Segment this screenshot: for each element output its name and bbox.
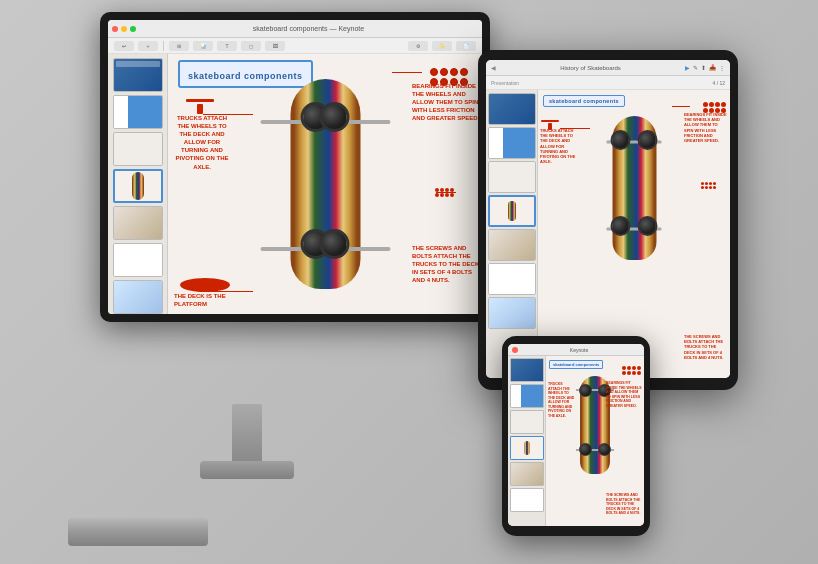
phone-thumb-6[interactable] xyxy=(510,488,544,512)
toolbar-media[interactable]: 🖼 xyxy=(265,41,285,51)
bearing-dot xyxy=(440,68,448,76)
tablet-page-indicator: 4 / 12 xyxy=(712,80,725,86)
annotation-screws: THE SCREWS AND BOLTS ATTACH THE TRUCKS T… xyxy=(412,244,480,284)
phone-main-area[interactable]: skateboard components xyxy=(546,356,644,526)
trucks-stem xyxy=(197,104,203,114)
window-title: skateboard components — Keynote xyxy=(139,25,478,32)
tablet-skateboard xyxy=(607,108,662,268)
slide-thumb-3[interactable] xyxy=(113,132,163,166)
slide-panel xyxy=(108,54,168,314)
phone-wheel-tl xyxy=(579,384,592,397)
screw-dot xyxy=(450,193,454,197)
toolbar-undo[interactable]: ↩ xyxy=(114,41,134,51)
phone-content: skateboard components xyxy=(508,356,644,526)
phone-annotation-trucks: TRUCKS ATTACH THE WHEELS TO THE DECK AND… xyxy=(548,382,576,418)
tablet-main-area[interactable]: skateboard components xyxy=(538,90,730,378)
trucks-icon xyxy=(186,99,214,114)
phone-slide-title: skateboard components xyxy=(549,360,603,369)
tablet-slide-panel xyxy=(486,90,538,378)
monitor: skateboard components — Keynote ↩ + ⊞ 📊 … xyxy=(100,12,490,322)
phone-thumb-1[interactable] xyxy=(510,358,544,382)
bearing-dot xyxy=(430,68,438,76)
tablet-btn4[interactable]: 📥 xyxy=(709,64,716,71)
tablet-btn3[interactable]: ⬆ xyxy=(701,64,706,71)
toolbar-text[interactable]: T xyxy=(217,41,237,51)
phone-annotation-bearings: BEARINGS FIT INSIDE THE WHEELS AND ALLOW… xyxy=(606,381,642,408)
tablet-annotation-bearings: BEARINGS FIT INSIDE THE WHEELS AND ALLOW… xyxy=(684,112,728,143)
tablet-annotation-trucks: TRUCKS ATTACH THE WHEELS TO THE DECK AND… xyxy=(540,128,576,164)
slide-thumb-2[interactable] xyxy=(113,95,163,129)
tablet-wheel-bl xyxy=(611,216,631,236)
slide-thumb-1[interactable] xyxy=(113,58,163,92)
tablet-title: History of Skateboards xyxy=(496,65,685,71)
screw-dot xyxy=(445,193,449,197)
connector-line-deck xyxy=(203,291,253,292)
slide-thumb-7[interactable] xyxy=(113,280,163,314)
toolbar-shape[interactable]: ◻ xyxy=(241,41,261,51)
phone-thumb-2[interactable] xyxy=(510,384,544,408)
tablet-toolbar: Presentation 4 / 12 xyxy=(486,76,730,90)
deck-oval-icon xyxy=(180,278,230,292)
phone-slide-panel xyxy=(508,356,546,526)
tablet-toolbar-buttons: ▶ ✎ ⬆ 📥 ⋮ xyxy=(685,64,725,71)
toolbar-animate[interactable]: ✨ xyxy=(432,41,452,51)
phone-thumb-4-active[interactable] xyxy=(510,436,544,460)
annotation-trucks: TRUCKS ATTACH THE WHEELS TO THE DECK AND… xyxy=(174,114,230,171)
phone-title: Keynote xyxy=(518,347,640,353)
tablet-wheel-br xyxy=(638,216,658,236)
toolbar-table[interactable]: ⊞ xyxy=(169,41,189,51)
annotation-bearings: BEARINGS FIT INSIDE THE WHEELS AND ALLOW… xyxy=(412,82,480,122)
tablet-thumb-7[interactable] xyxy=(488,297,536,329)
screw-dot xyxy=(440,193,444,197)
phone-thumb-3[interactable] xyxy=(510,410,544,434)
phone-wheel-br xyxy=(598,443,611,456)
phone-wheel-bl xyxy=(579,443,592,456)
tablet-btn5[interactable]: ⋮ xyxy=(719,64,725,71)
tablet-wheel-tr xyxy=(638,130,658,150)
monitor-stand-base xyxy=(200,461,294,479)
tablet-connector-trucks xyxy=(560,128,590,129)
tablet-bearing-dot xyxy=(703,102,708,107)
monitor-stand-neck xyxy=(232,404,262,464)
slide-thumb-4-active[interactable] xyxy=(113,169,163,203)
minimize-button[interactable] xyxy=(121,26,127,32)
slide-thumb-5[interactable] xyxy=(113,206,163,240)
mac-mini xyxy=(68,518,208,546)
tablet-thumb-1[interactable] xyxy=(488,93,536,125)
monitor-topbar: skateboard components — Keynote xyxy=(108,20,482,38)
skateboard xyxy=(283,64,368,304)
slide-main-area[interactable]: skateboard components xyxy=(168,54,482,314)
monitor-screen: skateboard components — Keynote ↩ + ⊞ 📊 … xyxy=(108,20,482,314)
tablet-thumb-4-active[interactable] xyxy=(488,195,536,227)
tablet-play-btn[interactable]: ▶ xyxy=(685,64,690,71)
phone-thumb-5[interactable] xyxy=(510,462,544,486)
toolbar-format[interactable]: ⚙ xyxy=(408,41,428,51)
annotation-deck: THE DECK IS THE PLATFORM xyxy=(174,292,230,308)
tablet-bearing-dot xyxy=(721,102,726,107)
tablet-screen: ◀ History of Skateboards ▶ ✎ ⬆ 📥 ⋮ Prese… xyxy=(486,60,730,378)
connector-line-screws xyxy=(436,192,456,193)
tablet-screws-grid xyxy=(701,182,716,189)
phone: Keynote xyxy=(502,336,650,536)
tablet-thumb-6[interactable] xyxy=(488,263,536,295)
screw-dot xyxy=(435,193,439,197)
connector-line-trucks xyxy=(203,114,253,115)
bearing-dot xyxy=(460,68,468,76)
tablet-thumb-2[interactable] xyxy=(488,127,536,159)
tablet-wheel-tl xyxy=(611,130,631,150)
toolbar-document[interactable]: 📄 xyxy=(456,41,476,51)
tablet-connector-bearings xyxy=(672,106,690,107)
tablet-content: skateboard components xyxy=(486,90,730,378)
close-button[interactable] xyxy=(112,26,118,32)
tablet-thumb-3[interactable] xyxy=(488,161,536,193)
tablet-annotation-screws: THE SCREWS AND BOLTS ATTACH THE TRUCKS T… xyxy=(684,334,728,360)
tablet-thumb-5[interactable] xyxy=(488,229,536,261)
tablet-btn2[interactable]: ✎ xyxy=(693,64,698,71)
slide-thumb-6[interactable] xyxy=(113,243,163,277)
maximize-button[interactable] xyxy=(130,26,136,32)
trucks-bar-top xyxy=(186,99,214,102)
tablet-toolbar-label: Presentation xyxy=(491,80,519,86)
toolbar-chart[interactable]: 📊 xyxy=(193,41,213,51)
toolbar-add[interactable]: + xyxy=(138,41,158,51)
wheel-top-right xyxy=(320,102,350,132)
